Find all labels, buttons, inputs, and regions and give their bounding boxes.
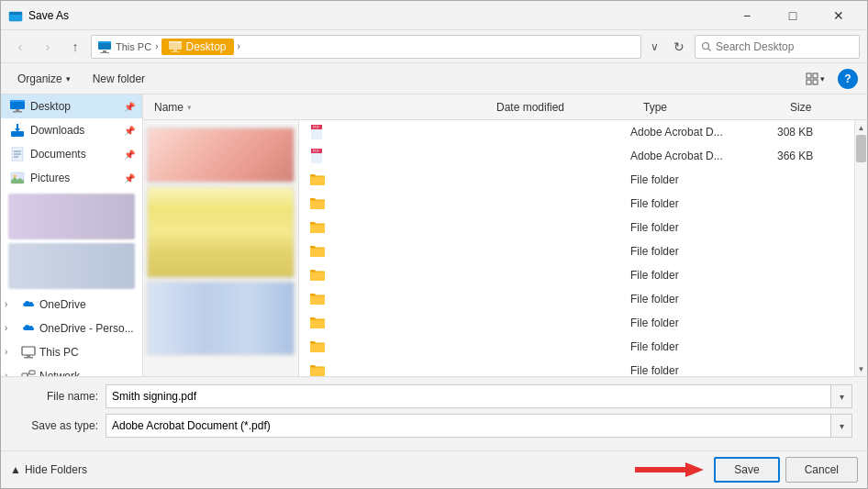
svg-marker-48 [685,462,704,477]
table-row[interactable]: File folder [299,311,854,335]
folder-icon-3 [310,221,325,233]
table-row[interactable]: PDF Adobe Acrobat D... 308 KB [299,120,854,144]
table-row[interactable]: File folder [299,359,854,376]
save-button[interactable]: Save [714,457,779,483]
scroll-down-button[interactable]: ▼ [855,361,867,376]
red-arrow-indicator [635,459,708,481]
window-icon [8,8,23,23]
pin-icon-downloads: 📌 [124,126,135,136]
file-cell-size-0: 308 KB [773,126,847,139]
new-folder-button[interactable]: New folder [85,68,152,90]
pictures-sidebar-icon [10,171,25,185]
downloads-sidebar-icon [10,123,25,138]
filename-row: File name: ▾ [16,384,852,408]
refresh-button[interactable]: ↻ [667,35,691,59]
filename-input-wrap: ▾ [106,384,852,408]
sidebar-item-this-pc[interactable]: › This PC [1,340,142,364]
path-arrow-1: › [155,41,158,51]
col-header-size[interactable]: Size [786,94,860,119]
organize-button[interactable]: Organize ▾ [10,68,78,90]
folder-icon-2 [310,197,325,209]
window-controls: − □ ✕ [726,1,860,30]
file-cell-name-3 [306,197,480,209]
table-row[interactable]: File folder [299,335,854,359]
file-cell-size-1: 366 KB [773,150,847,162]
filename-label: File name: [16,390,98,403]
savetype-select[interactable]: Adobe Acrobat Document (*.pdf) [106,414,830,438]
svg-text:PDF: PDF [313,126,319,129]
col-header-date[interactable]: Date modified [493,94,640,119]
svg-rect-37 [29,371,35,374]
organize-label: Organize [17,72,62,85]
table-row[interactable]: File folder [299,216,854,239]
sidebar-item-onedrive-personal[interactable]: › OneDrive - Perso... [1,317,142,340]
path-this-pc[interactable]: This PC [116,41,151,52]
sidebar-label-downloads: Downloads [30,124,84,137]
sidebar-item-documents[interactable]: Documents 📌 [1,142,142,166]
filename-dropdown-button[interactable]: ▾ [830,384,852,408]
svg-rect-4 [103,50,106,52]
file-cell-type-0: Adobe Acrobat D... [627,126,773,139]
table-row[interactable]: File folder [299,239,854,263]
help-button[interactable]: ? [838,69,858,89]
table-row[interactable]: File folder [299,263,854,287]
path-desktop[interactable]: Desktop [161,39,233,55]
close-button[interactable]: ✕ [818,1,860,30]
pdf-icon: PDF [310,125,323,139]
col-header-name[interactable]: Name ▾ [150,94,493,119]
sidebar-item-network[interactable]: › Network [1,364,142,376]
file-cell-type-6: File folder [627,269,773,282]
search-icon [701,41,712,52]
svg-rect-17 [10,100,25,102]
search-box[interactable] [695,35,860,59]
folder-icon-7 [310,317,325,328]
savetype-dropdown-button[interactable]: ▾ [830,414,852,438]
file-cell-type-10: File folder [627,364,773,377]
table-row[interactable]: File folder [299,192,854,216]
table-row[interactable]: File folder [299,287,854,311]
filename-input[interactable] [106,384,830,408]
folder-icon-8 [310,340,325,352]
address-dropdown-button[interactable]: ∨ [645,35,663,59]
file-cell-name-4 [306,221,480,233]
pc-path-icon [97,40,112,53]
hide-folders-button[interactable]: ▲ Hide Folders [10,463,87,476]
svg-rect-3 [98,41,111,43]
path-arrow-2: › [238,41,240,51]
pdf-icon-2: PDF [310,149,323,163]
hide-folders-label: Hide Folders [25,463,87,476]
svg-rect-34 [27,355,30,357]
cancel-button[interactable]: Cancel [785,457,858,483]
file-cell-name-9 [306,340,480,352]
table-row[interactable]: PDF Adobe Acrobat D... 366 KB [299,144,854,168]
up-button[interactable]: ↑ [63,35,87,59]
svg-rect-8 [173,50,177,51]
minimize-button[interactable]: − [726,1,768,30]
sidebar-item-desktop[interactable]: Desktop 📌 [1,94,142,118]
table-row[interactable]: File folder [299,168,854,192]
address-path-bar[interactable]: This PC › Desktop › [91,35,641,59]
sidebar-item-onedrive[interactable]: › OneDrive [1,293,142,317]
pin-icon-pictures: 📌 [124,173,135,183]
scroll-track[interactable] [855,135,867,361]
scroll-up-button[interactable]: ▲ [855,120,867,135]
sidebar-label-desktop: Desktop [30,100,71,113]
sidebar-label-network: Network [39,370,80,376]
svg-rect-19 [13,111,22,113]
back-button[interactable]: ‹ [8,35,32,59]
folder-icon-9 [310,364,325,376]
sidebar-item-downloads[interactable]: Downloads 📌 [1,118,142,142]
forward-button[interactable]: › [36,35,60,59]
svg-rect-15 [813,80,818,84]
svg-rect-33 [22,347,35,355]
search-input[interactable] [716,40,853,53]
view-button[interactable]: ▾ [800,68,830,90]
scroll-thumb[interactable] [856,135,866,162]
maximize-button[interactable]: □ [772,1,814,30]
sidebar-item-pictures[interactable]: Pictures 📌 [1,166,142,190]
vertical-scrollbar[interactable]: ▲ ▼ [854,120,867,376]
col-header-type[interactable]: Type [640,94,786,119]
file-cell-type-4: File folder [627,221,773,234]
main-content-area: PDF Adobe Acrobat D... 308 KB PDF [143,120,867,376]
file-cell-type-1: Adobe Acrobat D... [627,150,773,162]
